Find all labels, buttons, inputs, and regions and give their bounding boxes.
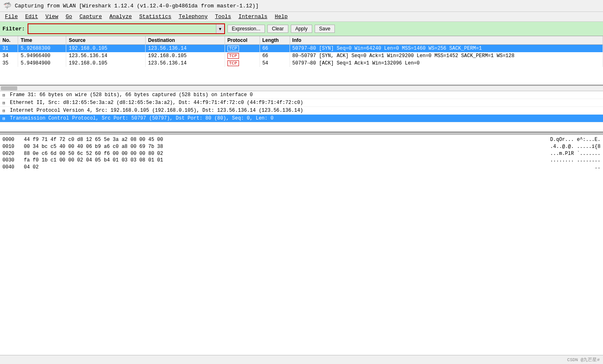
hex-ascii: ...m.PlR `....... <box>550 150 601 157</box>
hex-bytes: 04 02 <box>24 164 590 171</box>
app-icon: 🦈 <box>3 2 12 10</box>
menu-item-capture[interactable]: Capture <box>76 13 105 21</box>
menu-item-internals[interactable]: Internals <box>235 13 271 21</box>
detail-row[interactable]: ⊞Frame 31: 66 bytes on wire (528 bits), … <box>0 91 603 99</box>
hex-ascii: .4..@.@. .....i{8 <box>550 143 601 150</box>
filter-dropdown-button[interactable]: ▼ <box>216 24 224 33</box>
menu-bar: FileEditViewGoCaptureAnalyzeStatisticsTe… <box>0 12 603 22</box>
menu-item-telephony[interactable]: Telephony <box>176 13 211 21</box>
hex-ascii: ........ ........ <box>550 157 601 164</box>
hex-bytes: 88 0e c6 6d 00 50 6c 52 60 f6 00 00 00 0… <box>24 150 545 157</box>
hex-ascii: D.qOr... e^:...E. <box>550 136 601 143</box>
hex-offset: 0030 <box>2 157 19 164</box>
menu-item-tools[interactable]: Tools <box>212 13 234 21</box>
hex-line: 000044 f9 71 4f 72 c0 d8 12 65 5e 3a a2 … <box>2 136 601 143</box>
detail-row[interactable]: ⊞Internet Protocol Version 4, Src: 192.1… <box>0 107 603 115</box>
table-row[interactable]: 345.94966400123.56.136.14192.168.0.105TC… <box>0 52 603 60</box>
col-protocol: Protocol <box>225 36 260 45</box>
expression-button[interactable]: Expression... <box>227 25 265 33</box>
save-button[interactable]: Save <box>315 25 335 33</box>
horizontal-scrollbar[interactable] <box>0 85 603 91</box>
packet-table-header: No. Time Source Destination Protocol Len… <box>0 36 603 45</box>
protocol-badge: TCP <box>227 53 239 59</box>
menu-item-go[interactable]: Go <box>63 13 76 21</box>
expand-icon: ⊞ <box>2 108 8 113</box>
window-title: Capturing from WLAN [Wireshark 1.12.4 (v… <box>15 3 259 9</box>
filter-bar: Filter: ▼ Expression... Clear Apply Save <box>0 22 603 36</box>
expand-icon: ⊞ <box>2 116 8 121</box>
protocol-badge: TCP <box>227 60 239 66</box>
watermark: CSDN @九芒星# <box>567 357 600 363</box>
filter-input-wrapper: ▼ <box>28 23 225 34</box>
detail-row[interactable]: ⊞Transmission Control Protocol, Src Port… <box>0 115 603 122</box>
scroll-thumb[interactable] <box>1 86 17 90</box>
hex-dump-container: 000044 f9 71 4f 72 c0 d8 12 65 5e 3a a2 … <box>0 135 603 355</box>
apply-button[interactable]: Apply <box>291 25 312 33</box>
packet-table: No. Time Source Destination Protocol Len… <box>0 36 603 67</box>
clear-button[interactable]: Clear <box>267 25 288 33</box>
menu-item-statistics[interactable]: Statistics <box>136 13 175 21</box>
hex-bytes: fa f0 1b c1 00 00 02 04 05 b4 01 03 03 0… <box>24 157 545 164</box>
status-bar: CSDN @九芒星# <box>0 355 603 364</box>
col-destination: Destination <box>146 36 225 45</box>
col-source: Source <box>66 36 146 45</box>
table-row[interactable]: 355.94984900192.168.0.105123.56.136.14TC… <box>0 60 603 67</box>
hex-offset: 0000 <box>2 136 19 143</box>
menu-item-view[interactable]: View <box>42 13 61 21</box>
hex-offset: 0020 <box>2 150 19 157</box>
col-length: Length <box>260 36 290 45</box>
hex-bytes: 00 34 bc c5 40 00 40 06 b9 a6 c0 a8 00 6… <box>24 143 545 150</box>
hex-bytes: 44 f9 71 4f 72 c0 d8 12 65 5e 3a a2 08 0… <box>24 136 545 143</box>
menu-item-file[interactable]: File <box>2 13 21 21</box>
hex-line: 0030fa f0 1b c1 00 00 02 04 05 b4 01 03 … <box>2 157 601 164</box>
hex-offset: 0010 <box>2 143 19 150</box>
expand-icon: ⊞ <box>2 92 8 98</box>
detail-row-text: Ethernet II, Src: d8:12:65:5e:3a:a2 (d8:… <box>10 100 303 106</box>
col-no: No. <box>0 36 18 45</box>
title-bar: 🦈 Capturing from WLAN [Wireshark 1.12.4 … <box>0 0 603 12</box>
hex-ascii: .. <box>595 164 601 171</box>
protocol-badge: TCP <box>227 46 239 51</box>
detail-row-text: Frame 31: 66 bytes on wire (528 bits), 6… <box>10 92 253 98</box>
menu-item-edit[interactable]: Edit <box>22 13 41 21</box>
hex-line: 002088 0e c6 6d 00 50 6c 52 60 f6 00 00 … <box>2 150 601 157</box>
detail-row[interactable]: ⊞Ethernet II, Src: d8:12:65:5e:3a:a2 (d8… <box>0 99 603 107</box>
hex-line: 004004 02.. <box>2 164 601 171</box>
filter-input[interactable] <box>28 25 216 33</box>
filter-label: Filter: <box>2 26 25 32</box>
col-info: Info <box>290 36 603 45</box>
hex-offset: 0040 <box>2 164 19 171</box>
hex-line: 001000 34 bc c5 40 00 40 06 b9 a6 c0 a8 … <box>2 143 601 150</box>
packet-detail-container: ⊞Frame 31: 66 bytes on wire (528 bits), … <box>0 91 603 132</box>
packet-list-container: No. Time Source Destination Protocol Len… <box>0 36 603 85</box>
detail-row-text: Transmission Control Protocol, Src Port:… <box>10 115 274 121</box>
table-row[interactable]: 315.92688300192.168.0.105123.56.136.14TC… <box>0 45 603 53</box>
menu-item-help[interactable]: Help <box>271 13 291 21</box>
expand-icon: ⊞ <box>2 100 8 106</box>
menu-item-analyze[interactable]: Analyze <box>106 13 135 21</box>
detail-row-text: Internet Protocol Version 4, Src: 192.16… <box>10 108 303 113</box>
col-time: Time <box>18 36 66 45</box>
